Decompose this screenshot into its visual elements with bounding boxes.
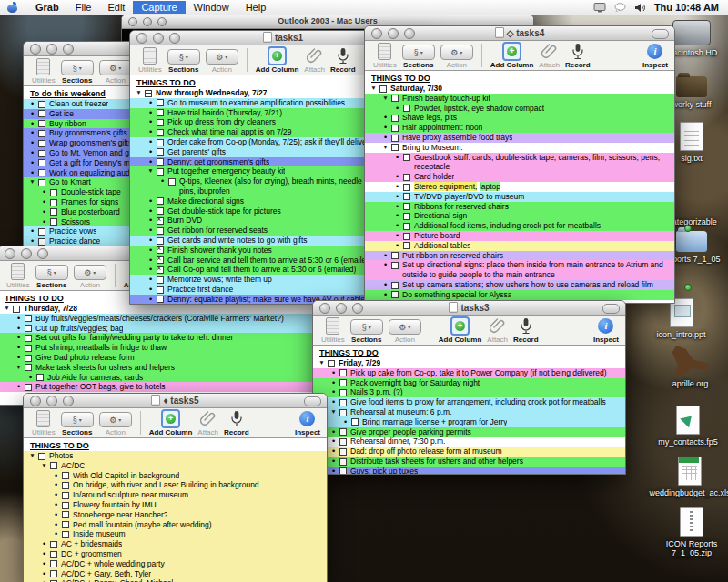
checkbox[interactable]	[62, 492, 69, 499]
utilities-button[interactable]: Utilities	[6, 263, 30, 289]
sections-dropdown[interactable]: §▾	[61, 60, 94, 75]
record-button[interactable]: Record	[330, 47, 356, 74]
add-column-button[interactable]: +Add Column	[149, 410, 193, 436]
checkbox[interactable]	[157, 217, 164, 225]
disclosure-triangle-icon[interactable]: ▼	[40, 461, 48, 471]
sections-button[interactable]: §▾Sections	[61, 58, 94, 85]
action-button[interactable]: ⚙▾Action	[99, 58, 132, 85]
checkbox[interactable]	[391, 144, 399, 151]
outline-row[interactable]: •On bridge, with river and Laser Buildin…	[24, 480, 327, 490]
checkbox[interactable]	[157, 246, 164, 254]
sections-button[interactable]: §▾Sections	[402, 43, 435, 69]
utilities-button[interactable]: Utilities	[321, 317, 345, 344]
close-button[interactable]	[30, 44, 41, 55]
utilities-button[interactable]: Utilities	[373, 43, 397, 69]
sections-button[interactable]: §▾Sections	[35, 263, 68, 289]
checkbox[interactable]	[339, 438, 347, 446]
menu-clock[interactable]: Thu 10:48 AM	[654, 2, 719, 13]
checkbox[interactable]	[157, 148, 164, 156]
outline-row[interactable]: •In/around sculpture near museum	[24, 490, 327, 500]
checkbox[interactable]	[339, 389, 347, 396]
icon-reports-zip[interactable]: ICON Reports 7_1_05.zip	[652, 507, 728, 557]
add-column-button[interactable]: +Add Column	[439, 317, 482, 344]
outline-row[interactable]: •Buy fruits/veggies/meats/cheeses/cracke…	[0, 314, 315, 324]
checkbox[interactable]	[38, 453, 46, 460]
checkbox[interactable]	[157, 158, 164, 166]
checkbox[interactable]	[157, 276, 164, 284]
checkbox[interactable]	[391, 291, 399, 298]
outline-row[interactable]: •Cut up fruits/veggies; bag	[0, 324, 315, 334]
checkbox[interactable]	[168, 178, 176, 186]
checkbox[interactable]	[339, 467, 347, 474]
checkbox[interactable]	[38, 110, 46, 117]
outline-row[interactable]: ▼Make task sheets for ushers and helpers	[0, 363, 315, 373]
disclosure-triangle-icon[interactable]: ▼	[15, 363, 23, 373]
checkbox[interactable]	[25, 315, 32, 322]
action-button[interactable]: ⚙▾Action	[389, 317, 421, 344]
outline-row[interactable]: •AC/DC + whole wedding party	[24, 559, 327, 569]
disclosure-triangle-icon[interactable]: ▼	[3, 304, 11, 314]
checkbox[interactable]	[38, 228, 46, 236]
utilities-button[interactable]: Utilities	[32, 410, 56, 436]
checkbox[interactable]	[403, 233, 410, 240]
checkbox[interactable]	[157, 227, 164, 235]
checkbox[interactable]	[38, 179, 46, 186]
apple-menu-icon[interactable]	[7, 3, 18, 13]
toolbar-toggle-pill[interactable]	[304, 396, 321, 406]
checkbox[interactable]	[50, 218, 57, 226]
outline-row[interactable]: •Guys: pick up tuxes	[313, 467, 625, 474]
zoom-button[interactable]	[63, 44, 74, 55]
checkbox[interactable]	[50, 462, 57, 469]
attach-button[interactable]: Attach	[197, 410, 218, 436]
checkbox[interactable]	[403, 184, 410, 191]
disclosure-triangle-icon[interactable]: ▼	[381, 143, 389, 153]
minimize-button[interactable]	[21, 248, 32, 259]
sections-dropdown[interactable]: §▾	[61, 412, 94, 427]
outline-row[interactable]: •AC/DC + Gary, Beth, Tyler	[24, 569, 327, 579]
outline-row[interactable]: ▼Saturday, 7/30	[365, 84, 674, 94]
outline-row[interactable]: •Put ribbon on reserved chairs	[365, 251, 674, 261]
outline-row[interactable]: •TV/DVD player/DVD to museum	[365, 192, 674, 202]
minimize-button[interactable]	[46, 44, 57, 55]
disclosure-triangle-icon[interactable]: ▼	[329, 407, 338, 417]
checkbox[interactable]	[50, 570, 57, 577]
sections-dropdown[interactable]: §▾	[350, 319, 383, 335]
checkbox[interactable]	[351, 418, 359, 426]
checkbox[interactable]	[50, 560, 57, 567]
aprille-org[interactable]: aprille.org	[652, 346, 728, 388]
checkbox[interactable]	[391, 135, 399, 142]
outline-row[interactable]: •AC/DC + Denny, Cheryl, Michael	[24, 578, 327, 582]
action-dropdown[interactable]: ⚙▾	[440, 45, 473, 60]
attach-button[interactable]: Attach	[487, 317, 508, 344]
checkbox[interactable]	[157, 129, 164, 136]
outline-row[interactable]: •With Old Capitol in background	[24, 471, 327, 481]
menu-item-edit[interactable]: Edit	[99, 1, 133, 14]
sections-dropdown[interactable]: §▾	[167, 49, 200, 65]
inspect-button[interactable]: iInspect	[593, 317, 619, 344]
checkbox[interactable]	[38, 238, 46, 246]
menu-item-window[interactable]: Window	[186, 1, 238, 14]
checkbox[interactable]	[25, 355, 32, 362]
checkbox[interactable]	[25, 384, 32, 391]
checkbox[interactable]	[157, 296, 164, 303]
outline-row[interactable]: •Directional sign	[365, 211, 674, 221]
checkbox[interactable]	[25, 364, 32, 371]
record-button[interactable]: Record	[513, 317, 539, 344]
sections-button[interactable]: §▾Sections	[350, 317, 383, 344]
utilities-button[interactable]: Utilities	[138, 47, 162, 74]
checkbox[interactable]	[157, 197, 164, 205]
checkbox[interactable]	[38, 150, 46, 157]
outline-row[interactable]: •Stonehenge near Hancher?	[24, 510, 327, 520]
sections-dropdown[interactable]: §▾	[35, 265, 68, 280]
checkbox[interactable]	[391, 125, 399, 132]
checkbox[interactable]	[328, 360, 335, 367]
action-dropdown[interactable]: ⚙▾	[74, 265, 106, 280]
outline-row[interactable]: •Put together OOT bags, give to hotels	[0, 382, 315, 392]
checkbox[interactable]	[391, 115, 399, 122]
outline-row[interactable]: •Stereo equipment, laptop	[365, 182, 674, 192]
disclosure-triangle-icon[interactable]: ▼	[147, 166, 155, 176]
outline-row[interactable]: •Card holder	[365, 172, 674, 182]
checkbox[interactable]	[62, 521, 69, 528]
action-dropdown[interactable]: ⚙▾	[99, 412, 132, 427]
checkbox[interactable]	[38, 130, 46, 137]
